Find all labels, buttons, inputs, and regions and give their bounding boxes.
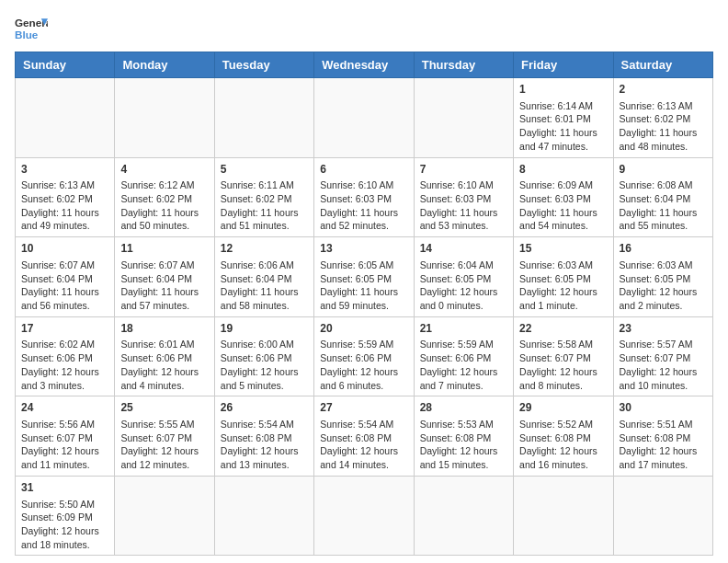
sunrise-text: Sunrise: 5:57 AM xyxy=(620,338,707,351)
sunset-text: Sunset: 6:02 PM xyxy=(120,192,208,206)
calendar-cell: 16Sunrise: 6:03 AMSunset: 6:05 PMDayligh… xyxy=(613,237,712,317)
calendar-cell: 20Sunrise: 5:59 AMSunset: 6:06 PMDayligh… xyxy=(314,316,414,396)
day-number: 6 xyxy=(320,162,407,178)
sunset-text: Sunset: 6:03 PM xyxy=(519,192,607,206)
day-number: 21 xyxy=(420,321,507,337)
calendar-cell: 11Sunrise: 6:07 AMSunset: 6:04 PMDayligh… xyxy=(115,237,214,317)
calendar-cell: 27Sunrise: 5:54 AMSunset: 6:08 PMDayligh… xyxy=(314,396,414,477)
calendar-week-1: 3Sunrise: 6:13 AMSunset: 6:02 PMDaylight… xyxy=(16,157,713,237)
calendar-cell: 7Sunrise: 6:10 AMSunset: 6:03 PMDaylight… xyxy=(414,157,513,237)
sunrise-text: Sunrise: 6:03 AM xyxy=(620,259,707,272)
calendar-cell xyxy=(613,476,712,556)
generalblue-logo-icon: General Blue xyxy=(15,15,48,42)
sunrise-text: Sunrise: 6:12 AM xyxy=(120,178,208,192)
sunset-text: Sunset: 6:06 PM xyxy=(221,351,308,365)
sunset-text: Sunset: 6:08 PM xyxy=(519,431,607,445)
day-number: 8 xyxy=(519,162,607,178)
day-number: 14 xyxy=(420,241,507,257)
day-number: 12 xyxy=(221,241,308,257)
weekday-header-thursday: Thursday xyxy=(414,52,513,78)
day-number: 3 xyxy=(21,162,108,178)
calendar-cell: 6Sunrise: 6:10 AMSunset: 6:03 PMDaylight… xyxy=(314,157,414,237)
day-number: 13 xyxy=(320,241,407,257)
sunrise-text: Sunrise: 6:13 AM xyxy=(21,178,108,192)
calendar-cell: 26Sunrise: 5:54 AMSunset: 6:08 PMDayligh… xyxy=(214,396,313,477)
day-number: 18 xyxy=(120,321,208,337)
daylight-text: Daylight: 12 hours and 18 minutes. xyxy=(21,524,108,551)
day-number: 2 xyxy=(620,82,707,98)
sunrise-text: Sunrise: 5:51 AM xyxy=(620,418,707,431)
daylight-text: Daylight: 11 hours and 48 minutes. xyxy=(620,126,707,153)
daylight-text: Daylight: 11 hours and 49 minutes. xyxy=(21,206,108,233)
day-number: 19 xyxy=(221,321,308,337)
calendar-week-4: 24Sunrise: 5:56 AMSunset: 6:07 PMDayligh… xyxy=(16,396,713,477)
calendar-cell: 9Sunrise: 6:08 AMSunset: 6:04 PMDaylight… xyxy=(613,157,712,237)
sunset-text: Sunset: 6:07 PM xyxy=(519,351,607,365)
calendar-cell xyxy=(115,78,214,158)
sunrise-text: Sunrise: 6:08 AM xyxy=(620,178,707,192)
daylight-text: Daylight: 11 hours and 52 minutes. xyxy=(320,206,407,233)
sunset-text: Sunset: 6:06 PM xyxy=(21,351,108,365)
calendar-week-3: 17Sunrise: 6:02 AMSunset: 6:06 PMDayligh… xyxy=(16,316,713,396)
sunrise-text: Sunrise: 6:01 AM xyxy=(120,338,208,351)
calendar-cell: 15Sunrise: 6:03 AMSunset: 6:05 PMDayligh… xyxy=(514,237,613,317)
day-number: 23 xyxy=(620,321,707,337)
daylight-text: Daylight: 12 hours and 2 minutes. xyxy=(620,285,707,312)
daylight-text: Daylight: 11 hours and 47 minutes. xyxy=(519,126,607,153)
sunrise-text: Sunrise: 6:07 AM xyxy=(120,259,208,272)
daylight-text: Daylight: 12 hours and 6 minutes. xyxy=(320,365,407,392)
sunrise-text: Sunrise: 5:59 AM xyxy=(420,338,507,351)
daylight-text: Daylight: 12 hours and 17 minutes. xyxy=(620,444,707,471)
daylight-text: Daylight: 12 hours and 4 minutes. xyxy=(120,365,208,392)
logo-area: General Blue xyxy=(15,15,48,42)
calendar-cell: 8Sunrise: 6:09 AMSunset: 6:03 PMDaylight… xyxy=(514,157,613,237)
sunset-text: Sunset: 6:05 PM xyxy=(320,272,407,286)
daylight-text: Daylight: 12 hours and 14 minutes. xyxy=(320,444,407,471)
sunrise-text: Sunrise: 6:09 AM xyxy=(519,178,607,192)
calendar-cell: 22Sunrise: 5:58 AMSunset: 6:07 PMDayligh… xyxy=(514,316,613,396)
sunset-text: Sunset: 6:02 PM xyxy=(221,192,308,206)
sunset-text: Sunset: 6:03 PM xyxy=(420,192,507,206)
daylight-text: Daylight: 11 hours and 50 minutes. xyxy=(120,206,208,233)
daylight-text: Daylight: 11 hours and 58 minutes. xyxy=(221,285,308,312)
sunset-text: Sunset: 6:04 PM xyxy=(221,272,308,286)
day-number: 17 xyxy=(21,321,108,337)
day-number: 15 xyxy=(519,241,607,257)
sunrise-text: Sunrise: 6:13 AM xyxy=(620,99,707,113)
sunset-text: Sunset: 6:07 PM xyxy=(120,431,208,445)
weekday-header-tuesday: Tuesday xyxy=(214,52,313,78)
sunset-text: Sunset: 6:05 PM xyxy=(519,272,607,286)
daylight-text: Daylight: 12 hours and 8 minutes. xyxy=(519,365,607,392)
sunrise-text: Sunrise: 5:50 AM xyxy=(21,498,108,511)
sunrise-text: Sunrise: 6:03 AM xyxy=(519,259,607,272)
weekday-header-monday: Monday xyxy=(115,52,214,78)
calendar-cell xyxy=(414,78,513,158)
day-number: 9 xyxy=(620,162,707,178)
sunset-text: Sunset: 6:04 PM xyxy=(620,192,707,206)
sunset-text: Sunset: 6:08 PM xyxy=(320,431,407,445)
calendar-cell: 18Sunrise: 6:01 AMSunset: 6:06 PMDayligh… xyxy=(115,316,214,396)
page-container: General Blue SundayMondayTuesdayWednesda… xyxy=(15,15,713,556)
sunset-text: Sunset: 6:06 PM xyxy=(120,351,208,365)
daylight-text: Daylight: 11 hours and 57 minutes. xyxy=(120,285,208,312)
calendar-cell: 12Sunrise: 6:06 AMSunset: 6:04 PMDayligh… xyxy=(214,237,313,317)
weekday-header-wednesday: Wednesday xyxy=(314,52,414,78)
day-number: 20 xyxy=(320,321,407,337)
day-number: 25 xyxy=(120,400,208,416)
sunrise-text: Sunrise: 5:52 AM xyxy=(519,418,607,431)
day-number: 4 xyxy=(120,162,208,178)
sunset-text: Sunset: 6:02 PM xyxy=(21,192,108,206)
calendar-week-2: 10Sunrise: 6:07 AMSunset: 6:04 PMDayligh… xyxy=(16,237,713,317)
daylight-text: Daylight: 12 hours and 15 minutes. xyxy=(420,444,507,471)
calendar-cell xyxy=(314,476,414,556)
daylight-text: Daylight: 12 hours and 1 minute. xyxy=(519,285,607,312)
calendar-cell: 14Sunrise: 6:04 AMSunset: 6:05 PMDayligh… xyxy=(414,237,513,317)
day-number: 30 xyxy=(620,400,707,416)
calendar-cell: 19Sunrise: 6:00 AMSunset: 6:06 PMDayligh… xyxy=(214,316,313,396)
calendar-week-0: 1Sunrise: 6:14 AMSunset: 6:01 PMDaylight… xyxy=(16,78,713,158)
daylight-text: Daylight: 12 hours and 10 minutes. xyxy=(620,365,707,392)
calendar-week-5: 31Sunrise: 5:50 AMSunset: 6:09 PMDayligh… xyxy=(16,476,713,556)
calendar-cell xyxy=(314,78,414,158)
daylight-text: Daylight: 11 hours and 53 minutes. xyxy=(420,206,507,233)
day-number: 29 xyxy=(519,400,607,416)
